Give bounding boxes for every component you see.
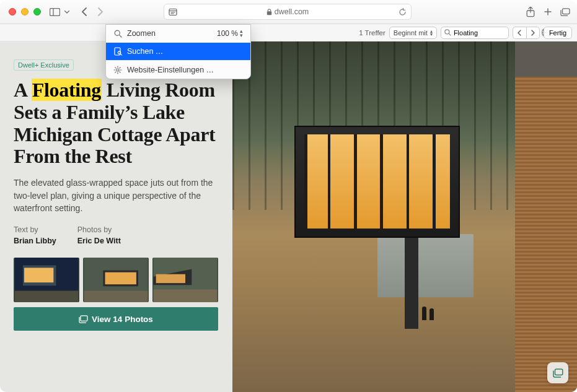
zoom-value: 100 % ▴▾ bbox=[217, 29, 243, 38]
page-settings-menu: Zoomen 100 % ▴▾ Suchen … Website-Einstel… bbox=[105, 24, 251, 79]
maximize-window-button[interactable] bbox=[33, 8, 41, 15]
svg-rect-19 bbox=[24, 268, 53, 283]
menu-item-settings-label: Website-Einstellungen … bbox=[127, 66, 214, 74]
back-button[interactable] bbox=[77, 4, 92, 19]
byline-text-author[interactable]: Brian Libby bbox=[14, 237, 56, 245]
view-all-photos-label: View 14 Photos bbox=[92, 315, 153, 324]
svg-rect-6 bbox=[267, 11, 271, 15]
forward-button[interactable] bbox=[93, 4, 108, 19]
svg-rect-20 bbox=[15, 291, 79, 303]
sidebar-toggle-button[interactable] bbox=[47, 4, 62, 19]
page-settings-icon[interactable] bbox=[169, 8, 177, 16]
find-nav bbox=[513, 27, 540, 39]
web-content: Dwell+ Exclusive A Floating Living Room … bbox=[0, 41, 577, 392]
thumbnail[interactable] bbox=[14, 258, 79, 302]
hero-image[interactable] bbox=[232, 41, 577, 392]
find-on-page-icon bbox=[113, 47, 122, 56]
byline-photo-author[interactable]: Eric De Witt bbox=[77, 237, 121, 245]
new-tab-button[interactable] bbox=[540, 4, 555, 19]
view-all-photos-button[interactable]: View 14 Photos bbox=[14, 307, 218, 331]
svg-rect-29 bbox=[81, 316, 87, 321]
find-result-count: 1 Treffer bbox=[359, 29, 385, 37]
svg-line-10 bbox=[449, 33, 451, 35]
reload-button[interactable] bbox=[399, 8, 407, 16]
open-gallery-button[interactable] bbox=[547, 362, 568, 383]
chevron-updown-icon: ▴▾ bbox=[430, 30, 433, 36]
find-mode-dropdown[interactable]: Beginnt mit ▴▾ bbox=[389, 27, 437, 39]
find-mode-label: Beginnt mit bbox=[394, 29, 428, 37]
address-bar-host: dwell.com bbox=[275, 7, 309, 16]
menu-item-zoom-label: Zoomen bbox=[127, 29, 156, 38]
thumbnail[interactable] bbox=[83, 258, 149, 302]
svg-rect-27 bbox=[156, 274, 185, 283]
share-button[interactable] bbox=[523, 4, 538, 19]
find-highlight: Floating bbox=[32, 79, 102, 101]
kicker-badge[interactable]: Dwell+ Exclusive bbox=[14, 59, 74, 71]
svg-line-15 bbox=[120, 54, 121, 55]
stepper-icon[interactable]: ▴▾ bbox=[240, 29, 243, 38]
menu-item-zoom[interactable]: Zoomen 100 % ▴▾ bbox=[106, 25, 250, 43]
close-window-button[interactable] bbox=[9, 8, 16, 15]
browser-toolbar: dwell.com bbox=[0, 0, 577, 24]
search-icon bbox=[444, 29, 451, 36]
find-next-button[interactable] bbox=[526, 27, 540, 39]
svg-rect-28 bbox=[154, 290, 218, 303]
svg-rect-30 bbox=[555, 369, 562, 375]
menu-item-search-label: Suchen … bbox=[127, 47, 163, 56]
gallery-icon bbox=[79, 315, 88, 323]
thumbnail[interactable] bbox=[152, 258, 218, 302]
gear-icon bbox=[113, 66, 122, 74]
find-field[interactable]: ✕ bbox=[441, 27, 509, 39]
menu-item-search[interactable]: Suchen … bbox=[106, 43, 250, 61]
svg-rect-0 bbox=[50, 8, 59, 15]
window-controls bbox=[9, 8, 41, 15]
magnifier-icon bbox=[113, 30, 122, 38]
svg-rect-8 bbox=[563, 8, 570, 14]
svg-point-16 bbox=[117, 69, 119, 71]
sidebar-menu-chevron[interactable] bbox=[63, 4, 71, 19]
article-sidebar: Dwell+ Exclusive A Floating Living Room … bbox=[0, 41, 232, 392]
photo-thumbnails bbox=[14, 258, 220, 302]
find-done-button[interactable]: Fertig bbox=[544, 27, 572, 39]
svg-rect-23 bbox=[105, 272, 136, 285]
article-headline: A Floating Living Room Sets a Family’s L… bbox=[14, 79, 220, 168]
lock-icon bbox=[266, 9, 272, 15]
find-bar: 1 Treffer Beginnt mit ▴▾ ✕ Fertig bbox=[0, 24, 577, 41]
menu-item-website-settings[interactable]: Website-Einstellungen … bbox=[106, 61, 250, 79]
byline-text-label: Text by bbox=[14, 225, 56, 234]
byline-photo-label: Photos by bbox=[77, 225, 121, 234]
svg-rect-24 bbox=[84, 291, 148, 303]
article-dek: The elevated glass-wrapped space juts ou… bbox=[14, 176, 220, 214]
svg-line-12 bbox=[119, 35, 121, 37]
article-byline: Text by Brian Libby Photos by Eric De Wi… bbox=[14, 225, 220, 245]
minimize-window-button[interactable] bbox=[21, 8, 29, 15]
address-bar[interactable]: dwell.com bbox=[164, 4, 412, 20]
tab-overview-button[interactable] bbox=[558, 4, 573, 19]
find-prev-button[interactable] bbox=[513, 27, 526, 39]
